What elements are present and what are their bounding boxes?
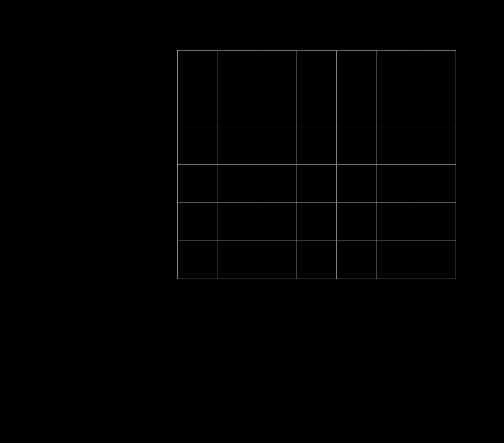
chart-grid xyxy=(177,50,456,279)
chart-plot-area xyxy=(177,50,456,279)
grid-lines-horizontal xyxy=(177,88,456,241)
